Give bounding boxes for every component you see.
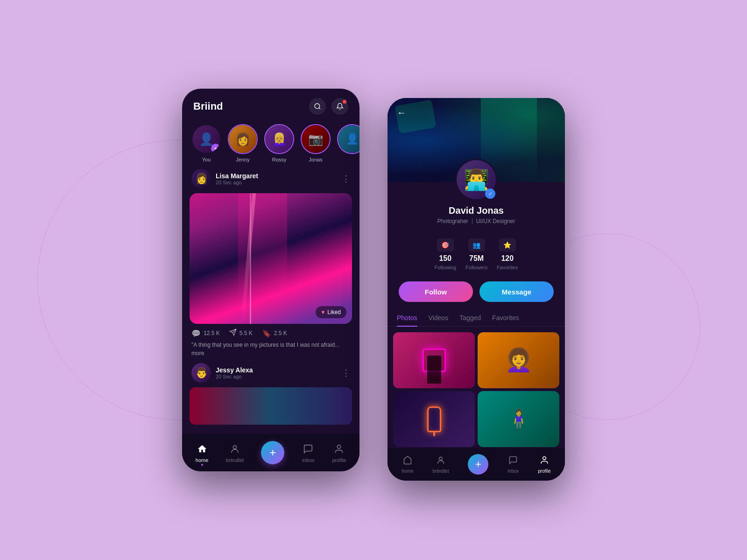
post-1-avatar: 👩 bbox=[191, 169, 211, 189]
stat-followers: 👥 75M Followers bbox=[465, 238, 487, 270]
stat-following-label: Following bbox=[435, 265, 456, 270]
svg-line-1 bbox=[319, 108, 320, 109]
story-jonas[interactable]: 📷 Jonas bbox=[301, 124, 331, 162]
p2-inbox-label: inbox bbox=[507, 469, 519, 474]
tab-favorites[interactable]: Favorites bbox=[492, 309, 519, 326]
p2-nav-profile[interactable]: profile bbox=[538, 455, 550, 474]
p2-nav-inbox[interactable]: inbox bbox=[507, 455, 519, 474]
post-1-bg bbox=[190, 193, 352, 324]
grid-photo-2[interactable]: 👩‍🦱 bbox=[478, 332, 559, 388]
p2-nav-home[interactable]: home bbox=[402, 455, 413, 474]
nav-active-dot bbox=[201, 464, 203, 466]
svg-point-6 bbox=[439, 457, 443, 460]
home-icon bbox=[196, 442, 209, 455]
notification-dot bbox=[343, 100, 346, 104]
grid-photo-4[interactable]: 🧍‍♀️ bbox=[478, 391, 559, 447]
nav-briindlet[interactable]: briindlet bbox=[226, 442, 244, 463]
feed-post-2: 👨 Jessy Alexa 20 Sec ago ⋮ bbox=[182, 363, 359, 425]
stat-icon-following: 🎯 bbox=[437, 238, 454, 252]
stat-favorites: ⭐ 120 Favorites bbox=[497, 238, 518, 270]
stories-row: 👤 + You 👩 Jenny 👱‍♀️ bbox=[182, 119, 359, 169]
story-name-you: You bbox=[202, 157, 211, 162]
p1-header: Briind bbox=[182, 89, 359, 119]
story-jenny[interactable]: 👩 Jenny bbox=[228, 124, 258, 162]
profile-label: profile bbox=[332, 457, 346, 463]
p2-actions: Follow Message bbox=[388, 277, 565, 309]
post-1-menu[interactable]: ⋮ bbox=[342, 174, 350, 184]
verified-icon: ✓ bbox=[488, 191, 493, 197]
post-2-menu[interactable]: ⋮ bbox=[342, 368, 350, 378]
p2-home-icon bbox=[403, 455, 412, 467]
stat-followers-value: 75M bbox=[469, 254, 484, 263]
save-icon: 🔖 bbox=[262, 329, 271, 338]
stat-icon-favorites: ⭐ bbox=[499, 238, 516, 252]
p2-add-button[interactable]: + bbox=[468, 454, 488, 475]
neon-streak-2 bbox=[250, 193, 251, 324]
add-button[interactable]: + bbox=[261, 441, 284, 464]
message-button[interactable]: Message bbox=[479, 281, 554, 302]
post-1-user-info: Lisa Margaret 20 Sec ago bbox=[216, 172, 258, 185]
share-count: 5.5 K bbox=[240, 330, 253, 336]
feed-post-1: 👩 Lisa Margaret 20 Sec ago ⋮ ♥ bbox=[182, 169, 359, 363]
phone-1: Briind 👤 bbox=[182, 89, 359, 471]
tab-videos[interactable]: Videos bbox=[429, 309, 449, 326]
share-action[interactable]: 5.5 K bbox=[229, 329, 253, 338]
stat-following-value: 150 bbox=[439, 254, 451, 263]
search-button[interactable] bbox=[309, 98, 326, 115]
comment-action[interactable]: 💬 12.5 K bbox=[191, 329, 220, 338]
verified-badge: ✓ bbox=[485, 189, 495, 199]
story-avatar-jonas: 📷 bbox=[301, 124, 331, 154]
bio-role1: Photograher bbox=[437, 218, 468, 224]
stat-followers-label: Followers bbox=[465, 265, 487, 270]
post-1-actions: 💬 12.5 K 5.5 K 🔖 2.5 K bbox=[190, 324, 352, 341]
share-icon bbox=[229, 329, 237, 338]
story-name-rossy: Rossy bbox=[272, 157, 287, 162]
post-1-username: Lisa Margaret bbox=[216, 172, 258, 180]
p2-briindlet-icon bbox=[436, 455, 445, 467]
tab-tagged[interactable]: Tagged bbox=[459, 309, 481, 326]
p2-nav-briindlet[interactable]: briindlet bbox=[432, 455, 449, 474]
tab-photos[interactable]: Photos bbox=[397, 309, 417, 326]
story-name-jonas: Jonas bbox=[309, 157, 322, 162]
back-button[interactable]: ← bbox=[397, 107, 406, 118]
p2-profile-label: profile bbox=[538, 469, 550, 474]
save-action[interactable]: 🔖 2.5 K bbox=[262, 329, 287, 338]
briindlet-icon bbox=[228, 442, 241, 455]
story-rossy[interactable]: 👱‍♀️ Rossy bbox=[264, 124, 294, 162]
post-1-caption: "A thing that you see in my pictures is … bbox=[190, 341, 352, 357]
p2-stats: 🎯 150 Following 👥 75M Followers ⭐ 120 Fa… bbox=[388, 232, 565, 277]
add-story-btn[interactable]: + bbox=[211, 144, 220, 153]
p2-briindlet-label: briindlet bbox=[432, 469, 449, 474]
comment-icon: 💬 bbox=[191, 329, 201, 338]
liked-label: Liked bbox=[327, 309, 341, 315]
post-2-username: Jessy Alexa bbox=[216, 366, 253, 374]
inbox-label: inbox bbox=[302, 457, 314, 463]
svg-point-0 bbox=[315, 104, 320, 109]
svg-point-4 bbox=[233, 446, 236, 449]
follow-button[interactable]: Follow bbox=[399, 281, 473, 302]
svg-point-5 bbox=[338, 445, 341, 448]
post-1-time: 20 Sec ago bbox=[216, 180, 258, 185]
p2-tabs: Photos Videos Tagged Favorites bbox=[388, 309, 565, 327]
grid-photo-1[interactable] bbox=[393, 332, 475, 388]
nav-home[interactable]: home bbox=[196, 442, 209, 463]
story-avatar-you: 👤 + bbox=[191, 124, 221, 154]
notification-button[interactable] bbox=[331, 98, 348, 115]
story-avatar-extra: 👤 bbox=[337, 124, 359, 154]
stat-following: 🎯 150 Following bbox=[435, 238, 456, 270]
p2-profile-bio: Photograher UI/UX Designer bbox=[437, 218, 515, 224]
story-extra[interactable]: 👤 bbox=[337, 124, 359, 162]
inbox-icon bbox=[302, 442, 315, 455]
story-you[interactable]: 👤 + You bbox=[191, 124, 221, 162]
neon-streak bbox=[241, 193, 256, 324]
profile-icon bbox=[332, 442, 345, 455]
p2-home-label: home bbox=[402, 469, 413, 474]
post-1-header: 👩 Lisa Margaret 20 Sec ago ⋮ bbox=[190, 169, 352, 193]
nav-inbox[interactable]: inbox bbox=[302, 442, 315, 463]
save-count: 2.5 K bbox=[274, 330, 287, 336]
stat-icon-followers: 👥 bbox=[468, 238, 485, 252]
briindlet-label: briindlet bbox=[226, 457, 244, 463]
svg-point-7 bbox=[543, 456, 546, 460]
grid-photo-3[interactable] bbox=[393, 391, 475, 447]
nav-profile[interactable]: profile bbox=[332, 442, 346, 463]
